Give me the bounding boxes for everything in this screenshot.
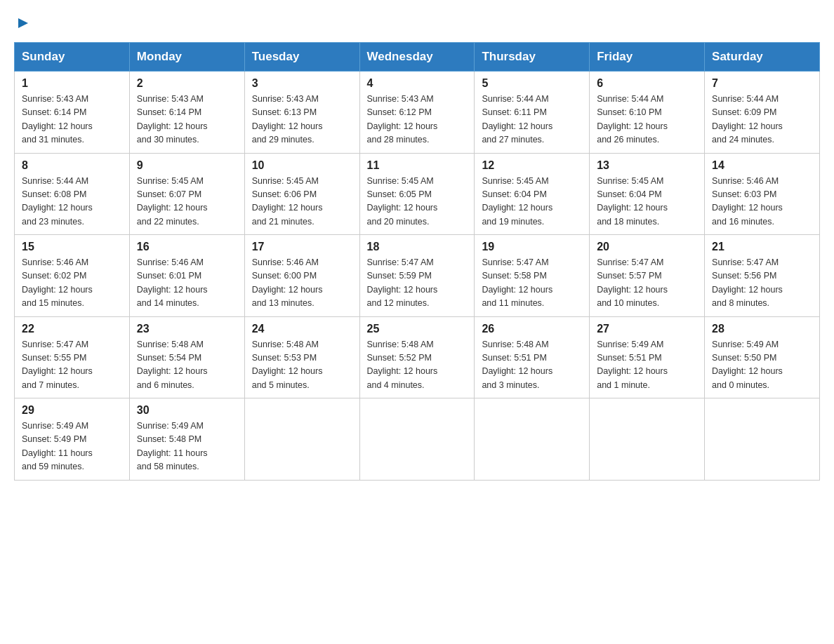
calendar-cell: 12Sunrise: 5:45 AMSunset: 6:04 PMDayligh… (475, 153, 590, 235)
calendar-cell: 25Sunrise: 5:48 AMSunset: 5:52 PMDayligh… (359, 316, 475, 398)
calendar-cell (475, 398, 590, 481)
day-info: Sunrise: 5:45 AMSunset: 6:06 PMDaylight:… (252, 175, 352, 229)
svg-marker-0 (18, 18, 28, 28)
weekday-header-sunday: Sunday (15, 43, 130, 72)
calendar-cell: 18Sunrise: 5:47 AMSunset: 5:59 PMDayligh… (359, 235, 475, 317)
day-number: 6 (597, 77, 697, 90)
calendar-week-row: 29Sunrise: 5:49 AMSunset: 5:49 PMDayligh… (15, 398, 820, 481)
day-number: 26 (482, 323, 582, 335)
day-info: Sunrise: 5:47 AMSunset: 5:55 PMDaylight:… (22, 338, 122, 393)
day-info: Sunrise: 5:45 AMSunset: 6:04 PMDaylight:… (597, 175, 697, 229)
calendar-cell: 16Sunrise: 5:46 AMSunset: 6:01 PMDayligh… (129, 235, 244, 317)
day-info: Sunrise: 5:49 AMSunset: 5:50 PMDaylight:… (712, 338, 812, 393)
day-number: 9 (137, 159, 237, 172)
calendar-cell: 1Sunrise: 5:43 AMSunset: 6:14 PMDaylight… (15, 72, 130, 154)
day-info: Sunrise: 5:49 AMSunset: 5:48 PMDaylight:… (137, 420, 237, 474)
calendar-cell: 17Sunrise: 5:46 AMSunset: 6:00 PMDayligh… (244, 235, 359, 317)
calendar-cell: 24Sunrise: 5:48 AMSunset: 5:53 PMDayligh… (244, 316, 359, 398)
calendar-cell: 13Sunrise: 5:45 AMSunset: 6:04 PMDayligh… (590, 153, 705, 235)
day-number: 13 (597, 159, 697, 172)
page-header (14, 14, 820, 31)
day-number: 28 (712, 323, 812, 335)
day-number: 15 (22, 241, 122, 253)
calendar-cell: 14Sunrise: 5:46 AMSunset: 6:03 PMDayligh… (705, 153, 820, 235)
day-info: Sunrise: 5:44 AMSunset: 6:08 PMDaylight:… (22, 175, 122, 229)
day-number: 8 (22, 159, 122, 172)
calendar-cell (590, 398, 705, 481)
calendar-cell: 30Sunrise: 5:49 AMSunset: 5:48 PMDayligh… (129, 398, 244, 481)
day-number: 30 (137, 404, 237, 417)
calendar-table: SundayMondayTuesdayWednesdayThursdayFrid… (14, 42, 820, 481)
calendar-header-row: SundayMondayTuesdayWednesdayThursdayFrid… (15, 43, 820, 72)
day-info: Sunrise: 5:49 AMSunset: 5:51 PMDaylight:… (597, 338, 697, 393)
day-info: Sunrise: 5:46 AMSunset: 6:01 PMDaylight:… (137, 256, 237, 311)
weekday-header-friday: Friday (590, 43, 705, 72)
calendar-cell: 5Sunrise: 5:44 AMSunset: 6:11 PMDaylight… (475, 72, 590, 154)
day-info: Sunrise: 5:48 AMSunset: 5:51 PMDaylight:… (482, 338, 582, 393)
day-number: 1 (22, 77, 122, 90)
day-number: 17 (252, 241, 352, 253)
day-number: 22 (22, 323, 122, 335)
day-number: 5 (482, 77, 582, 90)
calendar-cell: 3Sunrise: 5:43 AMSunset: 6:13 PMDaylight… (244, 72, 359, 154)
day-info: Sunrise: 5:44 AMSunset: 6:09 PMDaylight:… (712, 93, 812, 147)
day-number: 4 (367, 77, 468, 90)
calendar-cell: 29Sunrise: 5:49 AMSunset: 5:49 PMDayligh… (15, 398, 130, 481)
day-number: 25 (367, 323, 468, 335)
calendar-cell: 2Sunrise: 5:43 AMSunset: 6:14 PMDaylight… (129, 72, 244, 154)
calendar-week-row: 8Sunrise: 5:44 AMSunset: 6:08 PMDaylight… (15, 153, 820, 235)
day-info: Sunrise: 5:43 AMSunset: 6:13 PMDaylight:… (252, 93, 352, 147)
weekday-header-monday: Monday (129, 43, 244, 72)
day-number: 27 (597, 323, 697, 335)
day-info: Sunrise: 5:48 AMSunset: 5:54 PMDaylight:… (137, 338, 237, 393)
day-number: 18 (367, 241, 468, 253)
day-number: 7 (712, 77, 812, 90)
calendar-cell: 8Sunrise: 5:44 AMSunset: 6:08 PMDaylight… (15, 153, 130, 235)
day-number: 21 (712, 241, 812, 253)
day-number: 10 (252, 159, 352, 172)
calendar-cell: 9Sunrise: 5:45 AMSunset: 6:07 PMDaylight… (129, 153, 244, 235)
day-info: Sunrise: 5:43 AMSunset: 6:12 PMDaylight:… (367, 93, 468, 147)
day-info: Sunrise: 5:47 AMSunset: 5:56 PMDaylight:… (712, 256, 812, 311)
calendar-week-row: 22Sunrise: 5:47 AMSunset: 5:55 PMDayligh… (15, 316, 820, 398)
calendar-cell: 7Sunrise: 5:44 AMSunset: 6:09 PMDaylight… (705, 72, 820, 154)
day-number: 3 (252, 77, 352, 90)
weekday-header-saturday: Saturday (705, 43, 820, 72)
calendar-cell: 28Sunrise: 5:49 AMSunset: 5:50 PMDayligh… (705, 316, 820, 398)
day-info: Sunrise: 5:46 AMSunset: 6:00 PMDaylight:… (252, 256, 352, 311)
day-info: Sunrise: 5:48 AMSunset: 5:52 PMDaylight:… (367, 338, 468, 393)
logo (14, 14, 31, 31)
weekday-header-wednesday: Wednesday (359, 43, 475, 72)
calendar-cell: 20Sunrise: 5:47 AMSunset: 5:57 PMDayligh… (590, 235, 705, 317)
weekday-header-tuesday: Tuesday (244, 43, 359, 72)
day-info: Sunrise: 5:46 AMSunset: 6:03 PMDaylight:… (712, 175, 812, 229)
day-info: Sunrise: 5:44 AMSunset: 6:10 PMDaylight:… (597, 93, 697, 147)
day-number: 14 (712, 159, 812, 172)
day-number: 16 (137, 241, 237, 253)
calendar-cell: 6Sunrise: 5:44 AMSunset: 6:10 PMDaylight… (590, 72, 705, 154)
calendar-cell: 21Sunrise: 5:47 AMSunset: 5:56 PMDayligh… (705, 235, 820, 317)
day-info: Sunrise: 5:47 AMSunset: 5:59 PMDaylight:… (367, 256, 468, 311)
calendar-cell (705, 398, 820, 481)
calendar-cell: 23Sunrise: 5:48 AMSunset: 5:54 PMDayligh… (129, 316, 244, 398)
day-number: 24 (252, 323, 352, 335)
calendar-cell (359, 398, 475, 481)
calendar-cell: 15Sunrise: 5:46 AMSunset: 6:02 PMDayligh… (15, 235, 130, 317)
day-info: Sunrise: 5:45 AMSunset: 6:07 PMDaylight:… (137, 175, 237, 229)
day-number: 29 (22, 404, 122, 417)
calendar-cell: 22Sunrise: 5:47 AMSunset: 5:55 PMDayligh… (15, 316, 130, 398)
weekday-header-thursday: Thursday (475, 43, 590, 72)
calendar-cell: 10Sunrise: 5:45 AMSunset: 6:06 PMDayligh… (244, 153, 359, 235)
day-info: Sunrise: 5:47 AMSunset: 5:58 PMDaylight:… (482, 256, 582, 311)
day-info: Sunrise: 5:45 AMSunset: 6:04 PMDaylight:… (482, 175, 582, 229)
calendar-cell: 27Sunrise: 5:49 AMSunset: 5:51 PMDayligh… (590, 316, 705, 398)
day-info: Sunrise: 5:46 AMSunset: 6:02 PMDaylight:… (22, 256, 122, 311)
calendar-cell: 19Sunrise: 5:47 AMSunset: 5:58 PMDayligh… (475, 235, 590, 317)
day-number: 20 (597, 241, 697, 253)
day-info: Sunrise: 5:49 AMSunset: 5:49 PMDaylight:… (22, 420, 122, 474)
day-number: 11 (367, 159, 468, 172)
day-info: Sunrise: 5:47 AMSunset: 5:57 PMDaylight:… (597, 256, 697, 311)
calendar-cell (244, 398, 359, 481)
logo-arrow-icon (15, 15, 31, 34)
day-number: 19 (482, 241, 582, 253)
